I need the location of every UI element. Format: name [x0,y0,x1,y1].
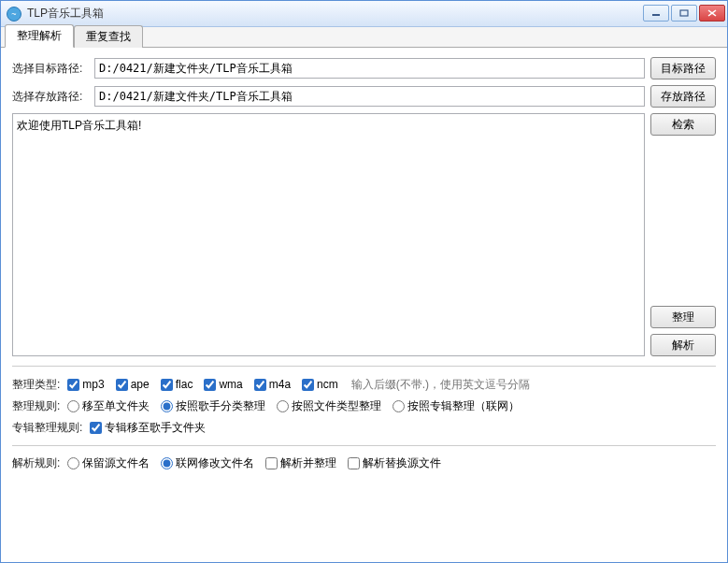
log-side-buttons: 检索 整理 解析 [650,113,716,356]
parse-rule-row: 解析规则: 保留源文件名 联网修改文件名 解析并整理 解析替换源文件 [12,455,716,471]
rdo-by-artist[interactable]: 按照歌手分类整理 [161,398,265,414]
tabstrip: 整理解析 重复查找 [1,27,727,48]
rdo-online-rename[interactable]: 联网修改文件名 [161,455,254,471]
close-icon [707,9,717,17]
chk-parse-replace-source[interactable]: 解析替换源文件 [348,455,441,471]
save-path-label: 选择存放路径: [12,89,89,105]
tab-duplicate-find[interactable]: 重复查找 [74,25,143,48]
tab-organize-parse[interactable]: 整理解析 [5,24,74,48]
chk-ncm[interactable]: ncm [302,378,338,391]
chk-parse-and-organize[interactable]: 解析并整理 [265,455,336,471]
album-rule-label: 专辑整理规则: [12,420,82,436]
rdo-keep-source-name[interactable]: 保留源文件名 [67,455,150,471]
maximize-button[interactable] [671,5,697,22]
target-path-label: 选择目标路径: [12,61,89,77]
chk-flac[interactable]: flac [161,378,193,391]
divider-1 [12,366,716,367]
maximize-icon [679,9,689,17]
parse-rule-label: 解析规则: [12,455,60,471]
chk-m4a[interactable]: m4a [254,378,291,391]
organize-button[interactable]: 整理 [650,306,716,328]
titlebar: ~ TLP音乐工具箱 [1,1,727,27]
chk-mp3[interactable]: mp3 [67,378,104,391]
parse-button[interactable]: 解析 [650,334,716,356]
album-rule-row: 专辑整理规则: 专辑移至歌手文件夹 [12,420,716,436]
suffix-input[interactable] [350,376,716,393]
app-icon: ~ [7,7,21,22]
rule-row: 整理规则: 移至单文件夹 按照歌手分类整理 按照文件类型整理 按照专辑整理（联网… [12,398,716,414]
svg-rect-1 [680,10,688,16]
chk-ape[interactable]: ape [116,378,150,391]
divider-2 [12,445,716,446]
rdo-by-album[interactable]: 按照专辑整理（联网） [393,398,520,414]
target-path-button[interactable]: 目标路径 [650,57,716,79]
minimize-icon [651,9,661,17]
app-window: ~ TLP音乐工具箱 整理解析 重复查找 选择目标路径: 目标路径 选择存放路径… [0,0,728,563]
rdo-by-filetype[interactable]: 按照文件类型整理 [277,398,381,414]
type-row: 整理类型: mp3 ape flac wma m4a ncm [12,376,716,393]
close-button[interactable] [699,5,725,22]
minimize-button[interactable] [643,5,669,22]
content-area: 选择目标路径: 目标路径 选择存放路径: 存放路径 检索 整理 解析 整理类型:… [1,48,727,562]
target-path-row: 选择目标路径: 目标路径 [12,57,716,79]
type-label: 整理类型: [12,377,60,393]
chk-album-to-artist[interactable]: 专辑移至歌手文件夹 [90,420,206,436]
save-path-button[interactable]: 存放路径 [650,85,716,108]
window-controls [641,5,725,23]
log-textarea[interactable] [12,113,645,356]
window-title: TLP音乐工具箱 [27,6,641,22]
rdo-single-folder[interactable]: 移至单文件夹 [67,398,150,414]
rule-label: 整理规则: [12,398,60,414]
target-path-input[interactable] [94,58,645,79]
save-path-row: 选择存放路径: 存放路径 [12,85,716,108]
save-path-input[interactable] [94,86,645,107]
search-button[interactable]: 检索 [650,113,716,136]
log-row: 检索 整理 解析 [12,113,716,356]
chk-wma[interactable]: wma [204,378,242,391]
